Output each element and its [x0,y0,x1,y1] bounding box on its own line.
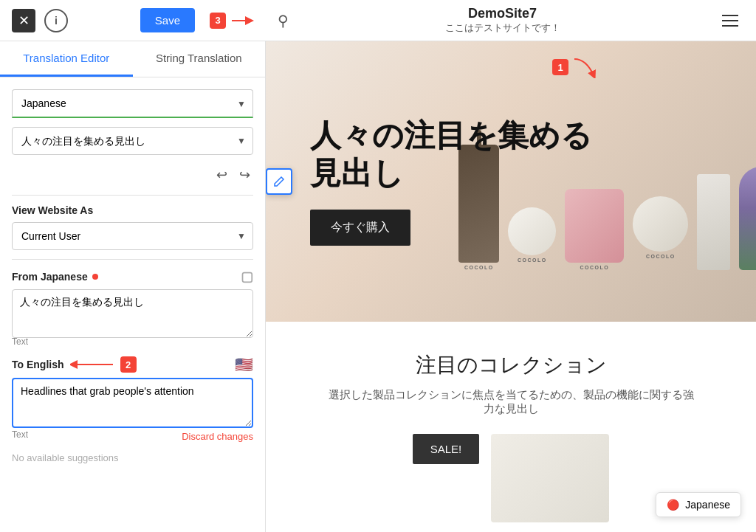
annotation-3: 3 [210,13,226,29]
translation-string-select[interactable]: 人々の注目を集める見出し [12,127,253,155]
discard-row: Text Discard changes [12,431,253,442]
to-field-label: Text [12,429,28,440]
suggestions-text: No available suggestions [12,452,119,463]
to-english-row: To English 2 🇺🇸 [12,356,253,373]
hero-title: 人々の注目を集める見出し [310,117,605,192]
tab-translation-editor[interactable]: Translation Editor [0,41,133,77]
language-select[interactable]: Japanese English French [12,89,253,118]
language-select-wrap: Japanese English French ▼ [12,89,253,118]
to-label-group: To English 2 [12,356,137,373]
site-name: DemoSite7 [468,6,537,21]
site-subtitle: ここはテストサイトです！ [445,21,560,35]
undo-redo-controls: ↩ ↪ [12,164,253,186]
lang-badge-flag: 🔴 [667,499,679,511]
to-label: To English [12,359,64,370]
annotation-1-group: 1 [552,56,608,78]
view-website-as-section: View Website As Current User Guest Admin… [12,204,253,250]
lang-badge-label: Japanese [685,499,730,511]
collection-subtitle: 選択した製品コレクションに焦点を当てるための、製品の機能に関する強力な見出し [326,388,695,416]
top-bar: ✕ i Save 3 ⚲ DemoSite7 ここはテストサイトです！ [0,0,756,41]
pencil-icon [273,176,285,187]
left-panel: Translation Editor String Translation Ja… [0,41,266,532]
product-thumbnail [491,434,609,522]
arrow-2 [70,359,114,370]
top-bar-center: ⚲ DemoSite7 ここはテストサイトです！ [266,6,756,35]
main-area: Translation Editor String Translation Ja… [0,41,756,532]
arrow-3 [232,15,254,27]
divider-1 [12,195,253,196]
translation-string-select-wrap: 人々の注目を集める見出し ▼ [12,127,253,155]
tab-string-translation[interactable]: String Translation [133,41,266,77]
close-button[interactable]: ✕ [12,9,35,32]
search-icon[interactable]: ⚲ [278,12,289,30]
top-bar-left: ✕ i Save 3 [0,8,266,32]
language-badge[interactable]: 🔴 Japanese [656,492,741,517]
site-info: DemoSite7 ここはテストサイトです！ [298,6,707,35]
from-label: From Japanese ▢ [12,269,253,285]
suggestions-section: No available suggestions [12,451,253,464]
right-panel: 1 人々の注目を集める見出し 今すぐ購入 COCOLO [266,41,756,532]
hamburger-line-3 [722,25,738,27]
expand-icon: ▢ [241,269,253,285]
view-website-as-label: View Website As [12,204,253,216]
hamburger-line-1 [722,15,738,16]
hamburger-button[interactable] [716,9,744,32]
info-button[interactable]: i [44,9,68,32]
panel-body: Japanese English French ▼ 人々の注目を集める見出し ▼… [0,77,265,476]
required-dot [92,274,98,280]
view-as-select-wrap: Current User Guest Admin ▼ [12,222,253,250]
to-section: To English 2 🇺🇸 Headlines that grab peop… [12,356,253,442]
annotation-2: 2 [120,356,137,373]
spray-bottle [697,174,730,270]
annotation-1: 1 [552,59,568,75]
flag-icon: 🇺🇸 [235,356,253,373]
collection-title: 注目のコレクション [288,351,734,379]
save-button[interactable]: Save [140,8,195,32]
product-spray [697,174,730,270]
product-label-med: COCOLO [646,254,676,259]
to-text-field[interactable]: Headlines that grab people's attention [12,378,253,428]
from-text-field[interactable]: 人々の注目を集める見出し [12,289,253,338]
hero-content: 人々の注目を集める見出し 今すぐ購入 [266,88,650,275]
hamburger-line-2 [722,20,738,21]
product-lavender [739,167,756,270]
discard-changes-link[interactable]: Discard changes [182,431,253,442]
lavender-bunch [739,167,756,270]
undo-button[interactable]: ↩ [213,164,230,186]
arrow-1 [571,56,608,78]
view-as-select[interactable]: Current User Guest Admin [12,222,253,250]
edit-pencil-button[interactable] [266,168,292,195]
tabs: Translation Editor String Translation [0,41,265,77]
from-section: From Japanese ▢ 人々の注目を集める見出し Text [12,269,253,347]
hero-buy-button[interactable]: 今すぐ購入 [310,210,410,246]
redo-button[interactable]: ↪ [236,164,253,186]
sale-button[interactable]: SALE! [413,434,480,464]
hero-section: 1 人々の注目を集める見出し 今すぐ購入 COCOLO [266,41,756,322]
divider-2 [12,259,253,260]
from-field-label: Text [12,336,253,347]
